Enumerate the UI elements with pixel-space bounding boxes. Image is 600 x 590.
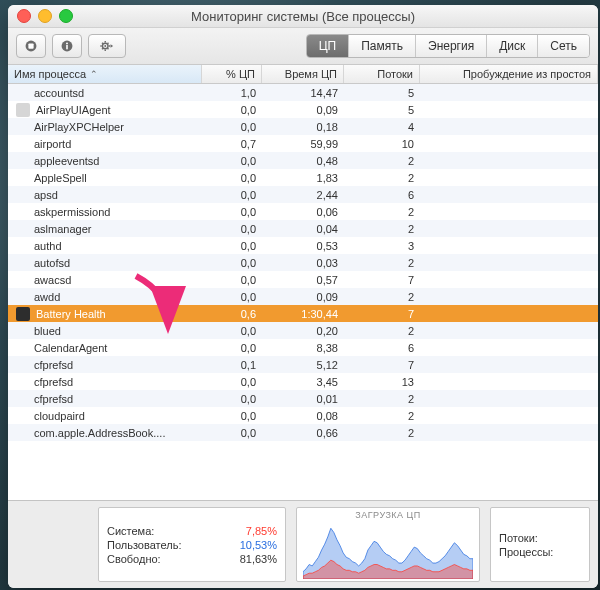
system-value: 7,85% bbox=[246, 525, 277, 537]
process-time: 0,06 bbox=[262, 206, 344, 218]
svg-line-14 bbox=[108, 43, 109, 44]
table-row[interactable]: cloudpaird0,00,082 bbox=[8, 407, 598, 424]
process-time: 0,03 bbox=[262, 257, 344, 269]
cpu-load-chart-panel: ЗАГРУЗКА ЦП bbox=[296, 507, 480, 582]
table-row[interactable]: com.apple.AddressBook....0,00,662 bbox=[8, 424, 598, 441]
table-row[interactable]: aslmanager0,00,042 bbox=[8, 220, 598, 237]
process-threads: 2 bbox=[344, 410, 420, 422]
tab-Память[interactable]: Память bbox=[349, 35, 416, 57]
svg-line-12 bbox=[108, 48, 109, 49]
table-row[interactable]: airportd0,759,9910 bbox=[8, 135, 598, 152]
tab-Сеть[interactable]: Сеть bbox=[538, 35, 589, 57]
process-name: appleeventsd bbox=[34, 155, 99, 167]
process-cpu: 0,0 bbox=[202, 206, 262, 218]
process-cpu: 0,0 bbox=[202, 410, 262, 422]
process-name: aslmanager bbox=[34, 223, 91, 235]
process-time: 0,04 bbox=[262, 223, 344, 235]
svg-point-3 bbox=[66, 42, 68, 44]
cpu-load-chart-title: ЗАГРУЗКА ЦП bbox=[303, 510, 473, 520]
zoom-icon[interactable] bbox=[59, 9, 73, 23]
table-row[interactable]: Battery Health0,61:30,447 bbox=[8, 305, 598, 322]
process-name: autofsd bbox=[34, 257, 70, 269]
tab-Диск[interactable]: Диск bbox=[487, 35, 538, 57]
table-row[interactable]: cfprefsd0,00,012 bbox=[8, 390, 598, 407]
stop-process-button[interactable] bbox=[16, 34, 46, 58]
process-time: 0,53 bbox=[262, 240, 344, 252]
table-row[interactable]: AirPlayXPCHelper0,00,184 bbox=[8, 118, 598, 135]
process-cpu: 0,0 bbox=[202, 393, 262, 405]
process-cpu: 0,0 bbox=[202, 240, 262, 252]
process-name: cfprefsd bbox=[34, 376, 73, 388]
table-row[interactable]: awdd0,00,092 bbox=[8, 288, 598, 305]
process-name: cfprefsd bbox=[34, 359, 73, 371]
user-value: 10,53% bbox=[240, 539, 277, 551]
options-button[interactable] bbox=[88, 34, 126, 58]
process-cpu: 0,0 bbox=[202, 257, 262, 269]
process-table[interactable]: accountsd1,014,475AirPlayUIAgent0,00,095… bbox=[8, 84, 598, 500]
table-row[interactable]: AppleSpell0,01,832 bbox=[8, 169, 598, 186]
idle-label: Свободно: bbox=[107, 553, 161, 565]
table-row[interactable]: CalendarAgent0,08,386 bbox=[8, 339, 598, 356]
cpu-load-chart bbox=[303, 521, 473, 579]
svg-line-13 bbox=[102, 48, 103, 49]
process-time: 0,66 bbox=[262, 427, 344, 439]
process-threads: 7 bbox=[344, 274, 420, 286]
tab-Энергия[interactable]: Энергия bbox=[416, 35, 487, 57]
table-row[interactable] bbox=[8, 441, 598, 458]
column-header-name-label: Имя процесса bbox=[14, 68, 86, 80]
table-row[interactable]: askpermissiond0,00,062 bbox=[8, 203, 598, 220]
column-headers: Имя процесса ⌃ % ЦП Время ЦП Потоки Проб… bbox=[8, 65, 598, 84]
column-header-threads[interactable]: Потоки bbox=[344, 65, 420, 83]
minimize-icon[interactable] bbox=[38, 9, 52, 23]
table-row[interactable]: awacsd0,00,577 bbox=[8, 271, 598, 288]
user-label: Пользователь: bbox=[107, 539, 181, 551]
process-threads: 2 bbox=[344, 206, 420, 218]
process-time: 2,44 bbox=[262, 189, 344, 201]
column-header-wakeups[interactable]: Пробуждение из простоя bbox=[420, 65, 598, 83]
process-name: authd bbox=[34, 240, 62, 252]
threads-label: Потоки: bbox=[499, 532, 538, 544]
column-header-cpu[interactable]: % ЦП bbox=[202, 65, 262, 83]
process-name: awdd bbox=[34, 291, 60, 303]
close-icon[interactable] bbox=[17, 9, 31, 23]
table-row[interactable]: blued0,00,202 bbox=[8, 322, 598, 339]
column-header-name[interactable]: Имя процесса ⌃ bbox=[8, 65, 202, 83]
process-time: 3,45 bbox=[262, 376, 344, 388]
sort-ascending-icon: ⌃ bbox=[90, 69, 98, 79]
process-name: cloudpaird bbox=[34, 410, 85, 422]
process-cpu: 0,0 bbox=[202, 376, 262, 388]
process-cpu: 0,0 bbox=[202, 325, 262, 337]
process-threads: 5 bbox=[344, 87, 420, 99]
process-time: 59,99 bbox=[262, 138, 344, 150]
process-threads: 7 bbox=[344, 308, 420, 320]
process-name: Battery Health bbox=[36, 308, 106, 320]
process-threads: 6 bbox=[344, 342, 420, 354]
process-cpu: 0,0 bbox=[202, 291, 262, 303]
process-cpu: 0,6 bbox=[202, 308, 262, 320]
process-threads: 2 bbox=[344, 257, 420, 269]
window-controls bbox=[8, 9, 73, 23]
window-title: Мониторинг системы (Все процессы) bbox=[8, 9, 598, 24]
cpu-summary-panel: Система:7,85% Пользователь:10,53% Свобод… bbox=[98, 507, 286, 582]
table-row[interactable]: cfprefsd0,15,127 bbox=[8, 356, 598, 373]
table-row[interactable]: appleeventsd0,00,482 bbox=[8, 152, 598, 169]
tab-ЦП[interactable]: ЦП bbox=[307, 35, 350, 57]
table-row[interactable]: autofsd0,00,032 bbox=[8, 254, 598, 271]
process-threads: 10 bbox=[344, 138, 420, 150]
table-row[interactable]: AirPlayUIAgent0,00,095 bbox=[8, 101, 598, 118]
process-cpu: 0,0 bbox=[202, 104, 262, 116]
table-row[interactable]: accountsd1,014,475 bbox=[8, 84, 598, 101]
inspect-process-button[interactable] bbox=[52, 34, 82, 58]
table-row[interactable]: apsd0,02,446 bbox=[8, 186, 598, 203]
process-cpu: 0,0 bbox=[202, 121, 262, 133]
process-time: 5,12 bbox=[262, 359, 344, 371]
process-time: 8,38 bbox=[262, 342, 344, 354]
process-cpu: 0,0 bbox=[202, 155, 262, 167]
gear-icon bbox=[100, 39, 114, 53]
svg-rect-4 bbox=[66, 45, 68, 49]
column-header-time[interactable]: Время ЦП bbox=[262, 65, 344, 83]
table-row[interactable]: cfprefsd0,03,4513 bbox=[8, 373, 598, 390]
process-name: com.apple.AddressBook.... bbox=[34, 427, 165, 439]
table-row[interactable]: authd0,00,533 bbox=[8, 237, 598, 254]
footer: Система:7,85% Пользователь:10,53% Свобод… bbox=[8, 500, 598, 588]
